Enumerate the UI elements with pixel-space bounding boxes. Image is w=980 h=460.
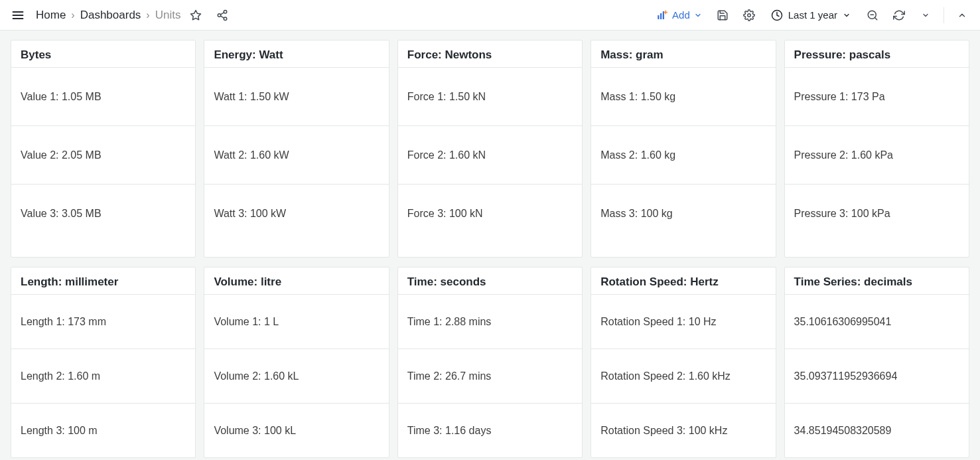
panel-mass-gram[interactable]: Mass: gram Mass 1: 1.50 kg Mass 2: 1.60 … — [591, 40, 776, 258]
add-panel-label: Add — [672, 9, 690, 21]
open-menu-button[interactable] — [7, 4, 29, 27]
chevron-right-icon: › — [71, 9, 74, 21]
panel-value: Watt 2: 1.60 kW — [204, 125, 388, 184]
panel-value: Volume 1: 1 L — [204, 294, 388, 348]
panel-title: Pressure: pascals — [785, 40, 969, 67]
refresh-icon — [893, 9, 905, 21]
panel-value: Force 3: 100 kN — [398, 184, 582, 242]
panel-value: Rotation Speed 2: 1.60 kHz — [591, 348, 775, 403]
panel-time-series-decimals[interactable]: Time Series: decimals 35.10616306995041 … — [784, 267, 969, 458]
svg-line-8 — [221, 12, 224, 14]
breadcrumb-home[interactable]: Home — [36, 9, 66, 22]
panel-force-newtons[interactable]: Force: Newtons Force 1: 1.50 kN Force 2:… — [397, 40, 583, 258]
panel-title: Force: Newtons — [398, 40, 582, 67]
panel-title: Length: millimeter — [11, 268, 195, 294]
chevron-down-icon — [843, 11, 851, 19]
panel-value: Pressure 1: 173 Pa — [785, 67, 969, 125]
panel-value: Time 3: 1.16 days — [398, 403, 582, 457]
svg-rect-9 — [658, 15, 659, 19]
panel-title: Mass: gram — [591, 40, 775, 67]
panel-title: Time Series: decimals — [785, 268, 969, 294]
panel-title: Volume: litre — [204, 268, 388, 294]
panel-value: 34.85194508320589 — [785, 403, 969, 457]
add-panel-button[interactable]: Add — [651, 4, 707, 27]
panel-value: Length 2: 1.60 m — [11, 348, 195, 403]
panel-value: Rotation Speed 1: 10 Hz — [591, 294, 775, 348]
chevron-up-icon — [957, 11, 967, 20]
topbar: Home › Dashboards › Units Add Last 1 yea… — [0, 0, 980, 31]
panel-value: Watt 1: 1.50 kW — [204, 67, 388, 125]
favorite-button[interactable] — [184, 4, 207, 27]
chevron-down-icon — [694, 11, 702, 19]
clock-icon — [771, 9, 783, 21]
panel-value: Value 2: 2.05 MB — [11, 125, 195, 184]
panel-value: Mass 3: 100 kg — [591, 184, 775, 242]
svg-point-14 — [748, 13, 751, 17]
panel-value: 35.10616306995041 — [785, 294, 969, 348]
panel-value: Watt 3: 100 kW — [204, 184, 388, 242]
panel-grid-row2: Length: millimeter Length 1: 173 mm Leng… — [0, 267, 980, 460]
panel-value: Value 3: 3.05 MB — [11, 184, 195, 242]
share-button[interactable] — [211, 4, 234, 27]
panel-value: Mass 2: 1.60 kg — [591, 125, 775, 184]
star-icon — [190, 9, 202, 21]
panel-title: Time: seconds — [398, 268, 582, 294]
panel-value: Value 1: 1.05 MB — [11, 67, 195, 125]
panel-value: Pressure 2: 1.60 kPa — [785, 125, 969, 184]
panel-volume-litre[interactable]: Volume: litre Volume 1: 1 L Volume 2: 1.… — [204, 267, 389, 458]
menu-icon — [11, 9, 25, 22]
zoom-out-icon — [867, 9, 878, 21]
panel-value: 35.093711952936694 — [785, 348, 969, 403]
svg-line-7 — [221, 16, 224, 18]
time-range-button[interactable]: Last 1 year — [764, 4, 857, 27]
panel-rotation-speed[interactable]: Rotation Speed: Hertz Rotation Speed 1: … — [591, 267, 776, 458]
chevron-down-icon — [922, 11, 930, 19]
time-range-label: Last 1 year — [788, 9, 837, 21]
settings-button[interactable] — [738, 4, 760, 27]
panel-length-mm[interactable]: Length: millimeter Length 1: 173 mm Leng… — [11, 267, 196, 458]
panel-value: Volume 2: 1.60 kL — [204, 348, 388, 403]
panel-value: Length 3: 100 m — [11, 403, 195, 457]
chevron-right-icon: › — [146, 9, 149, 21]
refresh-button[interactable] — [888, 4, 910, 27]
panel-title: Energy: Watt — [204, 40, 388, 67]
panel-value: Mass 1: 1.50 kg — [591, 67, 775, 125]
refresh-interval-button[interactable] — [914, 4, 937, 27]
share-icon — [216, 9, 228, 21]
toolbar-divider — [944, 7, 944, 23]
panel-value: Volume 3: 100 kL — [204, 403, 388, 457]
panel-time-seconds[interactable]: Time: seconds Time 1: 2.88 mins Time 2: … — [397, 267, 583, 458]
panel-energy-watt[interactable]: Energy: Watt Watt 1: 1.50 kW Watt 2: 1.6… — [204, 40, 389, 258]
panel-grid-row1: Bytes Value 1: 1.05 MB Value 2: 2.05 MB … — [0, 31, 980, 267]
panel-pressure-pascals[interactable]: Pressure: pascals Pressure 1: 173 Pa Pre… — [784, 40, 969, 258]
panel-title: Bytes — [11, 40, 195, 67]
breadcrumb-dashboards[interactable]: Dashboards — [80, 9, 141, 22]
breadcrumb-current: Units — [155, 9, 181, 22]
panel-title: Rotation Speed: Hertz — [591, 268, 775, 294]
save-button[interactable] — [711, 4, 734, 27]
panel-value: Rotation Speed 3: 100 kHz — [591, 403, 775, 457]
svg-rect-10 — [660, 13, 662, 19]
panel-value: Time 1: 2.88 mins — [398, 294, 582, 348]
panel-bytes[interactable]: Bytes Value 1: 1.05 MB Value 2: 2.05 MB … — [11, 40, 196, 258]
panel-value: Length 1: 173 mm — [11, 294, 195, 348]
collapse-button[interactable] — [951, 4, 973, 27]
panel-value: Force 2: 1.60 kN — [398, 125, 582, 184]
breadcrumb: Home › Dashboards › Units — [36, 9, 180, 22]
gear-icon — [743, 9, 755, 21]
bar-chart-plus-icon — [656, 9, 668, 21]
save-icon — [717, 9, 729, 21]
svg-marker-3 — [191, 10, 201, 19]
panel-value: Pressure 3: 100 kPa — [785, 184, 969, 242]
svg-line-17 — [875, 17, 876, 19]
zoom-out-button[interactable] — [861, 4, 884, 27]
panel-value: Force 1: 1.50 kN — [398, 67, 582, 125]
panel-value: Time 2: 26.7 mins — [398, 348, 582, 403]
